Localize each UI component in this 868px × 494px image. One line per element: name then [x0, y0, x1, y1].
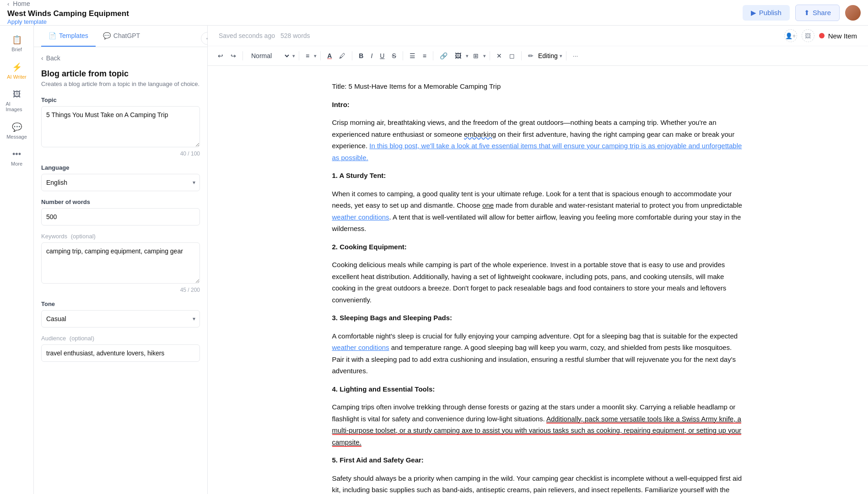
- tab-templates[interactable]: 📄 Templates: [41, 26, 96, 47]
- table-dropdown-icon: ▾: [483, 53, 486, 59]
- avatar[interactable]: [845, 5, 861, 21]
- red-dot-icon: [819, 33, 825, 38]
- tone-label: Tone: [41, 301, 200, 307]
- home-button[interactable]: Home: [13, 0, 30, 7]
- editor-scroll-area[interactable]: Title: 5 Must-Have Items for a Memorable…: [208, 66, 868, 494]
- bullet-list-button[interactable]: ☰: [407, 50, 418, 61]
- bold-button[interactable]: B: [356, 50, 366, 61]
- highlight-button[interactable]: 🖊: [336, 50, 348, 61]
- ai-writer-label: AI Writer: [7, 74, 27, 80]
- keywords-input[interactable]: camping trip, camping equipment, camping…: [41, 242, 200, 284]
- saved-status: Saved seconds ago: [219, 32, 275, 39]
- tone-select-wrapper: Casual Professional Friendly Formal ▾: [41, 310, 200, 328]
- content-s2-heading: 2. Cooking Equipment:: [332, 241, 744, 253]
- user-add-icon[interactable]: 👤+: [784, 29, 797, 42]
- clear-format-button[interactable]: ✕: [494, 50, 505, 61]
- table-button[interactable]: ⊞: [470, 50, 481, 61]
- templates-tab-icon: 📄: [49, 32, 56, 39]
- back-label: Back: [46, 54, 60, 62]
- italic-button[interactable]: I: [368, 50, 375, 61]
- image-button[interactable]: 🖼: [452, 50, 464, 61]
- content-intro-body: Crisp morning air, breathtaking views, a…: [332, 117, 744, 163]
- one-underline: one: [482, 201, 494, 209]
- sidebar-item-brief[interactable]: 📋 Brief: [3, 31, 31, 56]
- header-left: ‹ Home West Winds Camping Equipment Appl…: [7, 0, 129, 25]
- embarking-link[interactable]: embarking: [464, 130, 496, 138]
- editing-dropdown-icon: ▾: [560, 53, 562, 59]
- share-button[interactable]: ⬆ Share: [795, 5, 840, 21]
- toolbar-separator-4: [352, 51, 352, 60]
- doc-title: West Winds Camping Equipment: [7, 9, 129, 18]
- red-underline-text: Additionally, pack some versatile tools …: [332, 415, 742, 447]
- image-meta-icon[interactable]: 🖼: [802, 29, 814, 42]
- ai-images-icon: 🖼: [13, 90, 21, 99]
- weather-conditions-link-1[interactable]: weather conditions: [332, 213, 389, 221]
- content-s4-body: Camping trips often involve trekking thr…: [332, 401, 744, 448]
- underline-button[interactable]: U: [377, 50, 387, 61]
- sidebar-item-ai-writer[interactable]: ⚡ AI Writer: [3, 59, 31, 83]
- redo-button[interactable]: ↪: [228, 50, 239, 61]
- numbered-list-button[interactable]: ≡: [420, 50, 429, 61]
- tab-chatgpt[interactable]: 💬 ChatGPT: [96, 26, 147, 47]
- new-item-button[interactable]: New Item: [819, 32, 857, 40]
- panel-tabs: 📄 Templates 💬 ChatGPT ‹: [34, 26, 207, 47]
- back-button[interactable]: ‹ Back: [41, 54, 200, 62]
- content-s4-heading: 4. Lighting and Essential Tools:: [332, 383, 744, 395]
- style-select[interactable]: Normal Heading 1 Heading 2: [247, 50, 291, 62]
- code-button[interactable]: ◻: [507, 50, 518, 61]
- language-select[interactable]: English Spanish French German: [41, 174, 200, 191]
- align-button[interactable]: ≡: [303, 50, 312, 61]
- blog-post-link[interactable]: In this blog post, we'll take a look at …: [332, 142, 742, 161]
- sidebar-item-message[interactable]: 💬 Message: [3, 118, 31, 143]
- tone-select[interactable]: Casual Professional Friendly Formal: [41, 310, 200, 328]
- audience-label: Audience (optional): [41, 335, 200, 342]
- undo-button[interactable]: ↩: [215, 50, 226, 61]
- toolbar-separator-5: [403, 51, 403, 60]
- share-icon: ⬆: [804, 9, 810, 17]
- editor-content: Title: 5 Must-Have Items for a Memorable…: [332, 81, 744, 494]
- pencil-icon-button[interactable]: ✏: [525, 50, 536, 61]
- weather-conditions-link-2[interactable]: weather conditions: [332, 344, 389, 351]
- message-icon: 💬: [12, 122, 22, 132]
- editor-area: Saved seconds ago 528 words 👤+ 🖼 New Ite…: [208, 26, 868, 494]
- panel-content: ‹ Back Blog article from topic Creates a…: [34, 47, 207, 376]
- apply-template-link[interactable]: Apply template: [7, 18, 129, 25]
- publish-button[interactable]: ▶ Publish: [743, 5, 790, 21]
- ai-writer-icon: ⚡: [12, 62, 22, 72]
- header-right: ▶ Publish ⬆ Share: [743, 5, 861, 21]
- editing-label: Editing: [538, 52, 558, 59]
- form-description: Creates a blog article from a topic in t…: [41, 81, 200, 87]
- sidebar-item-ai-images[interactable]: 🖼 AI Images: [3, 86, 31, 116]
- topic-char-count: 40 / 100: [41, 150, 200, 157]
- toolbar-separator-1: [243, 51, 243, 60]
- keywords-field: Keywords (optional) camping trip, campin…: [41, 233, 200, 293]
- word-count: 528 words: [280, 32, 310, 39]
- language-select-wrapper: English Spanish French German ▾: [41, 174, 200, 191]
- content-s3-body: A comfortable night's sleep is crucial f…: [332, 330, 744, 377]
- words-field: Number of words: [41, 199, 200, 226]
- editor-toolbar: ↩ ↪ Normal Heading 1 Heading 2 ▾ ≡ ▾ A 🖊…: [208, 46, 868, 66]
- strikethrough-button[interactable]: S: [389, 50, 399, 61]
- editor-meta-right: 👤+ 🖼 New Item: [784, 29, 857, 42]
- editing-dropdown: Editing ▾: [538, 52, 562, 59]
- audience-input[interactable]: [41, 344, 200, 362]
- topic-input[interactable]: 5 Things You Must Take on A Camping Trip: [41, 106, 200, 147]
- editor-meta-left: Saved seconds ago 528 words: [219, 32, 310, 39]
- words-label: Number of words: [41, 199, 200, 205]
- topic-field: Topic 5 Things You Must Take on A Campin…: [41, 97, 200, 157]
- audience-optional: (optional): [70, 335, 94, 342]
- words-input[interactable]: [41, 208, 200, 226]
- toolbar-separator-8: [521, 51, 522, 60]
- more-label: More: [11, 161, 22, 166]
- toolbar-separator-6: [433, 51, 433, 60]
- brief-icon: 📋: [12, 35, 22, 45]
- font-color-button[interactable]: A: [324, 50, 334, 61]
- content-intro-heading: Intro:: [332, 99, 744, 111]
- top-header: ‹ Home West Winds Camping Equipment Appl…: [0, 0, 868, 26]
- sidebar-item-more[interactable]: ••• More: [3, 146, 31, 170]
- panel-collapse-button[interactable]: ‹: [201, 32, 208, 45]
- more-options-button[interactable]: ···: [570, 50, 581, 61]
- templates-tab-label: Templates: [59, 32, 88, 39]
- link-button[interactable]: 🔗: [437, 50, 450, 61]
- chatgpt-tab-label: ChatGPT: [113, 32, 140, 39]
